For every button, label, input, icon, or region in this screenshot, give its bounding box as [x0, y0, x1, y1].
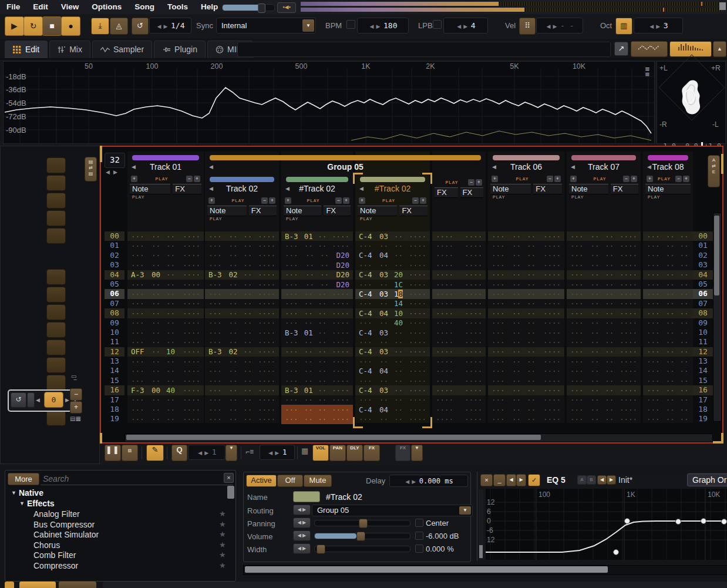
es-dec-icon[interactable]: ◀: [268, 450, 272, 456]
track-play-button[interactable]: PLAY: [307, 199, 319, 203]
eq-chain-scrollbar[interactable]: [479, 490, 483, 559]
menu-view[interactable]: View: [61, 0, 79, 14]
delay-inc-icon[interactable]: ▶: [412, 479, 416, 485]
pattern-row[interactable]: ········: [432, 251, 486, 260]
pattern-row[interactable]: C-403······: [355, 328, 430, 337]
tab-edit[interactable]: Edit: [5, 41, 48, 58]
remove-column-button[interactable]: −: [675, 176, 682, 182]
pattern-row[interactable]: B-301······: [281, 231, 353, 241]
pattern-row[interactable]: ···········: [281, 241, 353, 250]
tree-expand-icon[interactable]: ▼: [11, 490, 16, 496]
pattern-row[interactable]: ···········: [488, 270, 564, 280]
detach-view-button[interactable]: ↗: [614, 42, 628, 56]
fx-column-header[interactable]: FX: [611, 184, 638, 194]
pattern-row[interactable]: ········: [432, 376, 486, 385]
pattern-row[interactable]: ···········: [567, 231, 641, 241]
oscilloscope-view-button[interactable]: [631, 41, 668, 57]
eq-preset-b-button[interactable]: B: [587, 475, 596, 485]
pattern-row[interactable]: ········: [432, 318, 486, 328]
pattern-row[interactable]: ···········: [567, 318, 641, 328]
pattern-row[interactable]: ···········: [127, 280, 204, 289]
pattern-row[interactable]: ···········: [205, 251, 279, 260]
sequence-loop-button[interactable]: ↺: [11, 392, 26, 408]
lpb-stepper[interactable]: ◀▶ 4: [443, 18, 488, 33]
pattern-row[interactable]: ···········: [488, 241, 564, 250]
pattern-row[interactable]: ·······: [643, 270, 693, 280]
pattern-row[interactable]: ···········: [281, 308, 353, 318]
track-color-bar[interactable]: [286, 177, 348, 182]
dsp-chain-scroll-thumb[interactable]: [245, 566, 608, 573]
pattern-row[interactable]: ·······: [643, 385, 693, 395]
pattern-row[interactable]: ···········: [281, 337, 353, 347]
pattern-row[interactable]: ···········: [488, 289, 564, 298]
group-name[interactable]: ◀Group 05: [205, 162, 486, 172]
pattern-row[interactable]: ········: [432, 299, 486, 308]
pattern-slot[interactable]: [46, 175, 66, 191]
bpm-checkbox[interactable]: [346, 20, 355, 29]
add-column-button[interactable]: +: [631, 176, 637, 182]
pattern-row[interactable]: ·······: [643, 357, 693, 366]
pattern-slot[interactable]: [46, 410, 66, 426]
effect-item[interactable]: Chorus: [33, 540, 60, 550]
dly-column-button[interactable]: DLY: [346, 445, 363, 461]
pattern-row[interactable]: ···········: [127, 260, 204, 270]
pattern-slot[interactable]: [46, 210, 66, 226]
pattern-row[interactable]: ·······: [643, 366, 693, 375]
pattern-slot[interactable]: [46, 157, 66, 173]
browser-more-button[interactable]: More: [8, 473, 39, 485]
pattern-row[interactable]: ···········: [205, 241, 279, 250]
pattern-row[interactable]: ···········: [488, 357, 564, 366]
track-collapse-icon[interactable]: ◀: [647, 164, 651, 170]
width-slider[interactable]: [314, 546, 410, 552]
pattern-row[interactable]: ···········: [355, 337, 430, 347]
pattern-row[interactable]: ···········: [281, 318, 353, 328]
record-button[interactable]: ●: [61, 16, 80, 36]
eq-preset-next-button[interactable]: ▶: [607, 475, 616, 485]
oct-inc-icon[interactable]: ▶: [656, 23, 660, 29]
pattern-row[interactable]: ···········: [281, 357, 353, 366]
quantize-dropdown-button[interactable]: ▼: [225, 445, 237, 461]
track-collapse-icon[interactable]: ◀: [359, 186, 364, 191]
pattern-row[interactable]: ·····1C····: [355, 280, 430, 289]
effect-item[interactable]: Compressor: [33, 561, 78, 570]
quantize-amount-stepper[interactable]: ◀▶ 1: [188, 445, 225, 460]
pattern-row[interactable]: ·······: [643, 405, 693, 414]
pattern-row[interactable]: ·······: [643, 376, 693, 385]
pattern-row[interactable]: C-404······: [355, 251, 430, 260]
track-collapse-icon[interactable]: ◀: [285, 186, 290, 191]
track-color-bar[interactable]: [132, 155, 199, 160]
pattern-row[interactable]: ·······: [643, 337, 693, 347]
pattern-row[interactable]: ···········: [127, 289, 204, 298]
pattern-row[interactable]: ·······: [643, 289, 693, 298]
track-off-button[interactable]: Off: [277, 475, 303, 487]
pattern-row[interactable]: ···········: [567, 357, 641, 366]
octave-stepper[interactable]: ◀▶ 3: [634, 18, 683, 33]
fx-column-header[interactable]: FX: [324, 206, 351, 216]
track-name[interactable]: ◀Track 02: [205, 184, 279, 193]
add-note-column-button[interactable]: +: [570, 176, 577, 182]
pattern-row[interactable]: ···········: [127, 405, 204, 414]
pattern-row[interactable]: C-403······: [355, 347, 430, 357]
menu-song[interactable]: Song: [134, 0, 154, 14]
pattern-row[interactable]: ···········: [567, 347, 641, 357]
track-color-bar[interactable]: [571, 155, 636, 160]
pattern-row[interactable]: ·····40····: [355, 318, 430, 328]
browser-search-input[interactable]: Search: [43, 474, 69, 483]
track-name[interactable]: ◀Track 08: [643, 162, 693, 172]
pattern-slot[interactable]: [46, 375, 66, 391]
remove-column-button[interactable]: −: [261, 197, 268, 204]
menu-help[interactable]: Help: [201, 0, 218, 14]
block-loop-size-stepper[interactable]: ◀▶ 1/4: [149, 18, 191, 33]
fx-column-header[interactable]: FX: [173, 184, 201, 194]
remove-column-button[interactable]: −: [468, 179, 474, 186]
pattern-row[interactable]: B-301······: [281, 328, 353, 337]
tab-sampler[interactable]: Sampler: [92, 41, 152, 58]
fx-dropdown-button[interactable]: ▼: [411, 445, 423, 461]
track-color-bar[interactable]: [210, 177, 274, 182]
pattern-row[interactable]: ···········: [567, 395, 641, 405]
favorite-star-icon[interactable]: ★: [219, 530, 226, 539]
fx-column-button[interactable]: FX: [364, 445, 380, 461]
pattern-row[interactable]: ···········: [205, 289, 279, 298]
pattern-row[interactable]: ···········: [488, 251, 564, 260]
track-name[interactable]: ◀#Track 02: [355, 184, 430, 193]
